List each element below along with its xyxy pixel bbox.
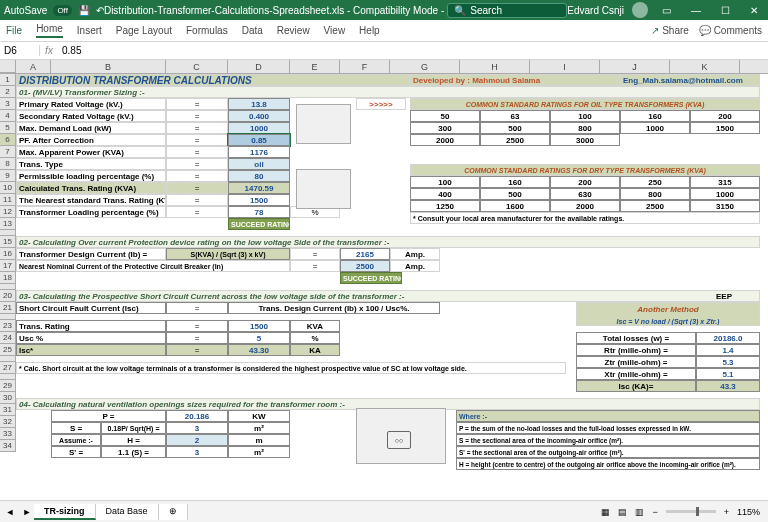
row-header[interactable]: 10 (0, 182, 15, 194)
sheet-nav-prev[interactable]: ◄ (0, 507, 20, 517)
row-header[interactable]: 27 (0, 362, 15, 374)
tab-file[interactable]: File (6, 25, 22, 36)
row-header[interactable]: 24 (0, 332, 15, 344)
row-header[interactable]: 13 (0, 218, 15, 230)
tab-formulas[interactable]: Formulas (186, 25, 228, 36)
view-normal-icon[interactable]: ▦ (601, 507, 610, 517)
col-header[interactable]: K (670, 60, 740, 73)
val: 43.30 (228, 344, 290, 356)
val: 1.4 (696, 344, 760, 356)
sheet-tab-tr-sizing[interactable]: TR-sizing (34, 504, 96, 520)
val[interactable]: 2 (166, 434, 228, 446)
zoom-out[interactable]: − (652, 507, 657, 517)
new-sheet-button[interactable]: ⊕ (159, 504, 188, 520)
val: 3 (166, 446, 228, 458)
tab-review[interactable]: Review (277, 25, 310, 36)
search-box[interactable]: 🔍 Search (447, 3, 567, 18)
row-header[interactable]: 8 (0, 158, 15, 170)
row-header[interactable]: 25 (0, 344, 15, 356)
row-header[interactable]: 6 (0, 134, 15, 146)
tab-insert[interactable]: Insert (77, 25, 102, 36)
view-page-icon[interactable]: ▤ (618, 507, 627, 517)
zoom-level[interactable]: 115% (737, 507, 760, 517)
label: Total losses (w) = (576, 332, 696, 344)
share-button[interactable]: ↗ Share (651, 25, 688, 36)
col-header[interactable]: D (228, 60, 290, 73)
row-header[interactable]: 29 (0, 380, 15, 392)
formula-label: H = (101, 434, 166, 446)
save-icon[interactable]: 💾 (78, 5, 90, 16)
val[interactable]: 0.400 (228, 110, 290, 122)
sheet-nav-next[interactable]: ► (20, 507, 34, 517)
val[interactable]: 1000 (228, 122, 290, 134)
col-header[interactable]: A (16, 60, 51, 73)
row-header[interactable]: 33 (0, 428, 15, 440)
row-header[interactable]: 9 (0, 170, 15, 182)
row-header[interactable]: 2 (0, 86, 15, 98)
row-header[interactable]: 20 (0, 290, 15, 302)
col-header[interactable]: B (51, 60, 166, 73)
row-header[interactable]: 4 (0, 110, 15, 122)
row-header[interactable]: 31 (0, 404, 15, 416)
row-header[interactable]: 17 (0, 260, 15, 272)
row-header[interactable]: 34 (0, 440, 15, 452)
sheet-area[interactable]: DISTRIBUTION TRANSFORMER CALCULATIONS De… (16, 74, 768, 452)
col-header[interactable]: I (530, 60, 600, 73)
val: 20.186 (166, 410, 228, 422)
val[interactable]: 13.8 (228, 98, 290, 110)
fx-icon[interactable]: fx (40, 45, 58, 56)
row-header[interactable]: 12 (0, 206, 15, 218)
maximize-icon[interactable]: ☐ (715, 5, 736, 16)
row-header[interactable]: 16 (0, 248, 15, 260)
tab-home[interactable]: Home (36, 23, 63, 38)
row-header[interactable]: 1 (0, 74, 15, 86)
succeed-rating: SUCCEED RATING (340, 272, 402, 284)
col-header[interactable]: F (340, 60, 390, 73)
row-header[interactable]: 15 (0, 236, 15, 248)
row-header[interactable]: 21 (0, 302, 15, 314)
row-header[interactable]: 18 (0, 272, 15, 284)
formula-label: 0.18P/ Sqrt(H) = (101, 422, 166, 434)
rating-cell: 2000 (550, 200, 620, 212)
col-header[interactable]: E (290, 60, 340, 73)
col-header[interactable]: H (460, 60, 530, 73)
formula-input[interactable]: 0.85 (58, 45, 768, 56)
eq: = (166, 110, 228, 122)
ribbon-options-icon[interactable]: ▭ (656, 5, 677, 16)
val[interactable]: 80 (228, 170, 290, 182)
val[interactable]: oil (228, 158, 290, 170)
name-box[interactable]: D6 (0, 45, 40, 56)
tab-help[interactable]: Help (359, 25, 380, 36)
rating-cell: 1000 (690, 188, 760, 200)
col-header[interactable]: J (600, 60, 670, 73)
autosave-toggle[interactable]: Off (53, 5, 72, 16)
close-icon[interactable]: ✕ (744, 5, 764, 16)
tab-data[interactable]: Data (242, 25, 263, 36)
comments-button[interactable]: 💬 Comments (699, 25, 762, 36)
row-header[interactable]: 7 (0, 146, 15, 158)
minimize-icon[interactable]: — (685, 5, 707, 16)
user-name[interactable]: Edvard Csnji (567, 5, 624, 16)
row-header[interactable]: 30 (0, 392, 15, 404)
tab-pagelayout[interactable]: Page Layout (116, 25, 172, 36)
row-header[interactable]: 11 (0, 194, 15, 206)
row-header[interactable]: 23 (0, 320, 15, 332)
active-cell[interactable]: 0.85 (228, 134, 290, 146)
row-header[interactable]: 32 (0, 416, 15, 428)
col-header[interactable]: C (166, 60, 228, 73)
view-break-icon[interactable]: ▥ (635, 507, 644, 517)
val: 43.3 (696, 380, 760, 392)
avatar[interactable] (632, 2, 648, 18)
undo-icon[interactable]: ↶ (96, 5, 104, 16)
row-header[interactable]: 3 (0, 98, 15, 110)
row-header[interactable]: 5 (0, 122, 15, 134)
zoom-slider[interactable] (666, 510, 716, 513)
val[interactable]: 2500 (340, 260, 390, 272)
select-all-corner[interactable] (0, 60, 16, 73)
label: Trans. Rating (16, 320, 166, 332)
rating-cell: 200 (550, 176, 620, 188)
tab-view[interactable]: View (324, 25, 346, 36)
zoom-in[interactable]: + (724, 507, 729, 517)
col-header[interactable]: G (390, 60, 460, 73)
sheet-tab-database[interactable]: Data Base (96, 504, 159, 520)
